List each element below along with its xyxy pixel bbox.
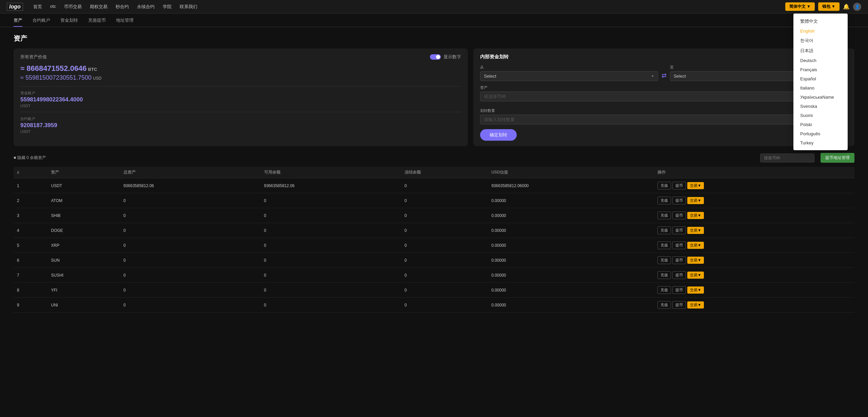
nav-link-首页[interactable]: 首页 — [33, 4, 42, 10]
deposit-button[interactable]: 充值 — [657, 241, 671, 249]
contract-value: 9208187.3959 — [20, 122, 461, 129]
contract-label: 合约账户 — [20, 116, 461, 121]
trade-button[interactable]: 交易▼ — [687, 227, 704, 234]
withdraw-button[interactable]: 提币 — [672, 286, 686, 294]
table-row: 4DOGE0000.00000 充值 提币 交易▼ — [14, 223, 854, 238]
lang-option-Español[interactable]: Español — [793, 74, 848, 83]
lang-option-Italiano[interactable]: Italiano — [793, 83, 848, 93]
search-area: 提币地址管理 — [760, 153, 854, 163]
cell-6-3: 0 — [261, 268, 401, 283]
table-header-操作: 操作 — [654, 167, 854, 178]
deposit-mgmt-button[interactable]: 提币地址管理 — [821, 153, 854, 163]
nav-link-期权交易[interactable]: 期权交易 — [90, 4, 107, 10]
table-header-#: # — [14, 167, 47, 178]
trade-button[interactable]: 交易▼ — [687, 212, 704, 219]
withdraw-button[interactable]: 提币 — [672, 226, 686, 234]
cell-1-3: 0 — [261, 193, 401, 208]
search-input[interactable] — [760, 154, 814, 162]
deposit-button[interactable]: 充值 — [657, 197, 671, 204]
table-body: 1USDT93663585812.0693663585812.060936635… — [14, 178, 854, 313]
cell-4-3: 0 — [261, 238, 401, 253]
asset-input[interactable] — [484, 94, 840, 99]
from-select[interactable]: Select ▼ — [480, 71, 658, 81]
nav-link-币币交易[interactable]: 币币交易 — [64, 4, 82, 10]
lang-button[interactable]: 简体中文 ▼ — [785, 2, 815, 11]
cell-8-1: UNI — [47, 298, 120, 313]
sub-nav-item-4[interactable]: 地址管理 — [116, 17, 134, 27]
cell-2-1: SHIB — [47, 208, 120, 223]
withdraw-button[interactable]: 提币 — [672, 241, 686, 249]
sub-nav-item-0[interactable]: 资产 — [14, 17, 22, 27]
wallet-button[interactable]: 钱包 ▼ — [818, 2, 840, 11]
nav-right: 简体中文 ▼ 繁體中文English한국어日本語DeutschFrançaisE… — [785, 2, 861, 11]
trade-button[interactable]: 交易▼ — [687, 257, 704, 264]
trade-button[interactable]: 交易▼ — [687, 182, 704, 189]
nav-link-学院[interactable]: 学院 — [163, 4, 172, 10]
nav-link-otc[interactable]: otc — [50, 4, 56, 10]
sub-nav-item-1[interactable]: 合约账户 — [33, 17, 50, 27]
lang-option-Français[interactable]: Français — [793, 65, 848, 74]
display-toggle[interactable] — [430, 54, 441, 60]
trade-button[interactable]: 交易▼ — [687, 197, 704, 204]
lang-option-日本語[interactable]: 日本語 — [793, 46, 848, 56]
cell-0-0: 1 — [14, 178, 47, 193]
avatar[interactable]: 👤 — [853, 3, 861, 11]
withdraw-button[interactable]: 提币 — [672, 271, 686, 279]
account-currency: USDT — [20, 104, 461, 108]
swap-icon[interactable]: ⇄ — [662, 72, 667, 79]
lang-option-Turkey[interactable]: Turkey — [793, 138, 848, 147]
deposit-button[interactable]: 充值 — [657, 286, 671, 294]
btc-value: ≈ 8668471552.0646BTC — [20, 64, 461, 73]
contract-currency: USDT — [20, 130, 461, 134]
cell-7-3: 0 — [261, 283, 401, 298]
deposit-button[interactable]: 充值 — [657, 182, 671, 190]
bell-icon[interactable]: 🔔 — [843, 3, 850, 10]
lang-option-Deutsch[interactable]: Deutsch — [793, 56, 848, 65]
hide-zero-row: ■ 隐藏 0 余额资产 — [14, 155, 46, 161]
table-header-资产: 资产 — [47, 167, 120, 178]
withdraw-button[interactable]: 提币 — [672, 212, 686, 219]
lang-option-Svenska[interactable]: Svenska — [793, 102, 848, 111]
qty-input[interactable] — [484, 117, 825, 122]
lang-option-繁體中文[interactable]: 繁體中文 — [793, 16, 848, 26]
trade-button[interactable]: 交易▼ — [687, 242, 704, 249]
trade-button[interactable]: 交易▼ — [687, 272, 704, 279]
deposit-button[interactable]: 充值 — [657, 301, 671, 309]
sub-nav-item-2[interactable]: 资金划转 — [60, 17, 78, 27]
lang-option-Suomi[interactable]: Suomi — [793, 111, 848, 120]
nav-link-永续合约[interactable]: 永续合约 — [137, 4, 155, 10]
withdraw-button[interactable]: 提币 — [672, 182, 686, 190]
lang-option-한국어[interactable]: 한국어 — [793, 36, 848, 46]
deposit-button[interactable]: 充值 — [657, 212, 671, 219]
cell-0-4: 0 — [401, 178, 488, 193]
cell-3-0: 4 — [14, 223, 47, 238]
withdraw-button[interactable]: 提币 — [672, 256, 686, 264]
withdraw-button[interactable]: 提币 — [672, 197, 686, 204]
sub-nav-item-3[interactable]: 充值提币 — [88, 17, 106, 27]
table-row: 1USDT93663585812.0693663585812.060936635… — [14, 178, 854, 193]
action-cell-4: 充值 提币 交易▼ — [654, 238, 854, 253]
lang-option-Português[interactable]: Português — [793, 129, 848, 138]
withdraw-button[interactable]: 提币 — [672, 301, 686, 309]
deposit-button[interactable]: 充值 — [657, 226, 671, 234]
cell-0-2: 93663585812.06 — [120, 178, 261, 193]
nav-link-秒合约[interactable]: 秒合约 — [116, 4, 129, 10]
cell-3-4: 0 — [401, 223, 488, 238]
deposit-button[interactable]: 充值 — [657, 256, 671, 264]
trade-button[interactable]: 交易▼ — [687, 301, 704, 309]
nav-link-联系我们[interactable]: 联系我们 — [180, 4, 197, 10]
lang-option-Polski[interactable]: Polski — [793, 120, 848, 129]
lang-option-English[interactable]: English — [793, 26, 848, 36]
from-label: 从 — [480, 65, 658, 70]
lang-option-УкраїнськаName[interactable]: УкраїнськаName — [793, 93, 848, 102]
cell-2-4: 0 — [401, 208, 488, 223]
nav-links: 首页otc币币交易期权交易秒合约永续合约学院联系我们 — [33, 4, 785, 10]
cell-3-3: 0 — [261, 223, 401, 238]
table-row: 8YFI0000.00000 充值 提币 交易▼ — [14, 283, 854, 298]
trade-button[interactable]: 交易▼ — [687, 286, 704, 294]
cell-4-2: 0 — [120, 238, 261, 253]
deposit-button[interactable]: 充值 — [657, 271, 671, 279]
confirm-transfer-button[interactable]: 确定划转 — [480, 129, 517, 141]
asset-card: 所有资产价值 显示数字 ≈ 8668471552.0646BTC ≈ 55981… — [14, 48, 468, 146]
cell-0-3: 93663585812.06 — [261, 178, 401, 193]
